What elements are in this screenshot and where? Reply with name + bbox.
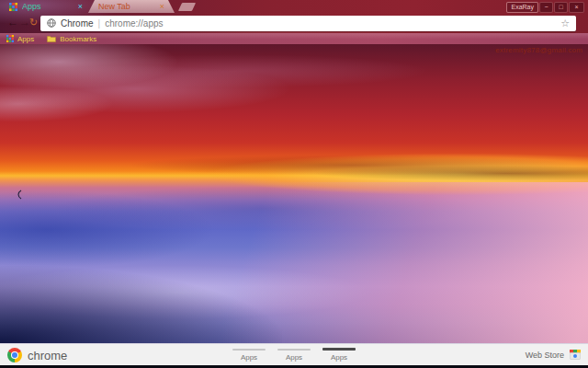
chrome-logo-icon [7,348,22,362]
back-button[interactable]: ← [7,16,18,29]
app-launcher-bar: chrome Apps Apps Apps Web Store [0,343,588,365]
theme-background-image: extremity878@gmail.com [0,44,588,343]
sea-dark-corner [0,266,282,344]
bookmarks-bar: Apps Bookmarks [0,33,588,44]
omnibox[interactable]: Chrome | chrome://apps ☆ [40,16,576,31]
chrome-brand-label: chrome [28,349,67,362]
bookmarks-bar-folder[interactable]: Bookmarks [47,35,96,43]
omnibox-url[interactable]: chrome://apps [105,18,556,29]
page-indicator-label: Apps [322,353,356,362]
photographer-watermark: extremity878@gmail.com [495,46,582,54]
reload-button[interactable]: ↻ [29,17,38,29]
window-frame: Apps × New Tab × ExaRay − □ × ← → ↻ [0,0,588,33]
page-indicator-1[interactable]: Apps [232,348,266,362]
bookmark-star-icon[interactable]: ☆ [560,18,570,29]
bird-silhouette [16,190,23,200]
page-indicator-bar [277,349,311,351]
tab-close-icon[interactable]: × [78,0,83,13]
page-indicator-label: Apps [277,353,311,362]
close-button[interactable]: × [569,2,584,13]
page-indicator-label: Apps [232,353,266,362]
bookmarks-bar-apps[interactable]: Apps [6,35,34,43]
page-indicator-2[interactable]: Apps [277,348,311,362]
tab-strip: Apps × New Tab × ExaRay − □ × [0,0,588,13]
web-store-label: Web Store [526,351,564,360]
tab-close-icon[interactable]: × [160,0,164,13]
page-indicator-bar [322,348,356,351]
globe-icon [47,18,56,28]
web-store-link[interactable]: Web Store [526,350,581,360]
apps-grid-icon [6,35,14,42]
page-indicator-bar [232,349,266,351]
chrome-brand: chrome [7,348,67,362]
tab-label: Apps [22,2,78,11]
minimize-button[interactable]: − [539,2,553,13]
bookmark-label: Bookmarks [60,35,96,43]
profile-button[interactable]: ExaRay [506,2,538,13]
web-store-icon [570,350,581,360]
bookmark-label: Apps [17,35,34,43]
tab-new-tab[interactable]: New Tab × [88,0,175,13]
restore-button[interactable]: □ [554,2,568,13]
apps-grid-icon [9,3,17,11]
omnibox-site-label: Chrome [61,18,94,29]
browser-window: Apps × New Tab × ExaRay − □ × ← → ↻ [0,0,588,368]
page-indicator-3-active[interactable]: Apps [322,348,356,362]
page-switcher: Apps Apps Apps [232,348,356,362]
toolbar: ← → ↻ Chrome | chrome://apps ☆ [0,13,588,33]
tab-label: New Tab [98,2,160,11]
new-tab-button[interactable] [178,3,196,11]
tab-apps[interactable]: Apps × [0,0,88,13]
folder-icon [47,35,56,42]
omnibox-separator: | [98,18,101,29]
